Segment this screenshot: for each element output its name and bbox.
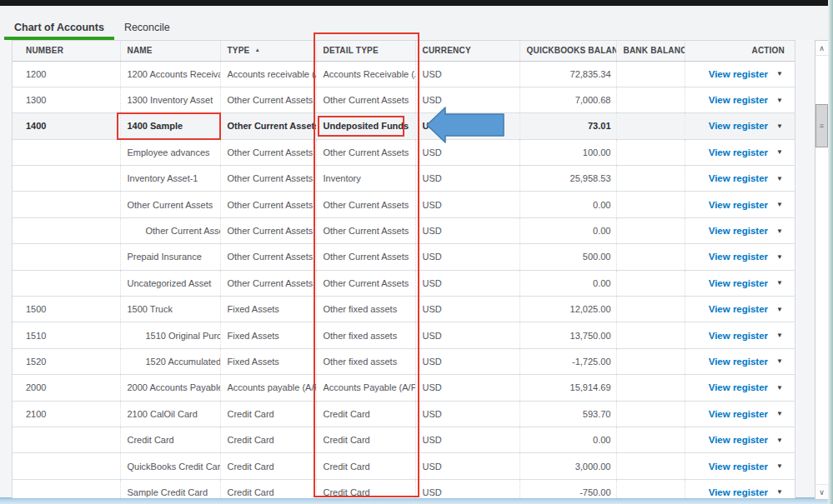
caret-down-icon[interactable]: ▼ — [776, 148, 783, 156]
table-row[interactable]: 1200 1200 Accounts Receivable Accounts r… — [13, 61, 795, 87]
cell-name: Uncategorized Asset — [120, 270, 220, 296]
cell-number: 1520 — [13, 348, 120, 374]
view-register-link[interactable]: View register — [709, 357, 768, 367]
view-register-link[interactable]: View register — [709, 200, 768, 210]
cell-currency: USD — [415, 217, 519, 243]
column-header-bank-balance[interactable]: BANK BALANCE — [616, 41, 685, 61]
table-row[interactable]: 1500 1500 Truck Fixed Assets Other fixed… — [13, 297, 795, 322]
cell-action: View register ▼ — [685, 61, 795, 87]
cell-currency: USD — [415, 322, 519, 348]
column-header-type[interactable]: TYPE▲ — [220, 41, 316, 61]
table-row[interactable]: 2100 2100 CalOil Card Credit Card Credit… — [13, 401, 795, 427]
table-row[interactable]: Uncategorized Asset Other Current Assets… — [13, 270, 795, 296]
caret-down-icon[interactable]: ▼ — [776, 279, 783, 287]
view-register-link[interactable]: View register — [709, 382, 768, 392]
table-row[interactable]: Sample Credit Card Credit Card Credit Ca… — [13, 479, 795, 498]
view-register-link[interactable]: View register — [709, 147, 768, 157]
view-register-link[interactable]: View register — [709, 435, 768, 445]
view-register-link[interactable]: View register — [709, 331, 768, 341]
view-register-link[interactable]: View register — [709, 69, 768, 79]
cell-quickbooks-balance: 7,000.68 — [519, 87, 616, 112]
cell-bank-balance — [616, 375, 685, 401]
caret-down-icon[interactable]: ▼ — [776, 488, 783, 496]
view-register-link[interactable]: View register — [709, 252, 768, 262]
cell-quickbooks-balance: 72,835.34 — [519, 61, 616, 87]
cell-name: Other Current Assets — [120, 217, 220, 243]
table-row[interactable]: Prepaid Insurance Other Current Assets O… — [13, 244, 795, 270]
cell-number — [13, 217, 120, 243]
column-header-name[interactable]: NAME — [120, 41, 220, 61]
tab-chart-of-accounts[interactable]: Chart of Accounts — [4, 6, 114, 40]
table-row[interactable]: 1300 1300 Inventory Asset Other Current … — [13, 87, 795, 112]
cell-type: Fixed Assets — [220, 297, 316, 322]
tab-reconcile[interactable]: Reconcile — [114, 6, 180, 40]
cell-detail-type: Undeposited Funds — [316, 113, 415, 139]
cell-quickbooks-balance: 73.01 — [519, 113, 616, 139]
caret-down-icon[interactable]: ▼ — [776, 332, 783, 339]
view-register-link[interactable]: View register — [709, 95, 768, 105]
view-register-link[interactable]: View register — [709, 173, 768, 183]
cell-type: Credit Card — [220, 401, 316, 427]
caret-down-icon[interactable]: ▼ — [776, 253, 783, 261]
cell-action: View register ▼ — [685, 297, 795, 322]
table-row[interactable]: Employee advances Other Current Assets O… — [13, 139, 795, 165]
caret-down-icon[interactable]: ▼ — [776, 227, 783, 235]
view-register-link[interactable]: View register — [709, 278, 768, 288]
cell-quickbooks-balance: -750.00 — [519, 479, 616, 498]
cell-number: 1200 — [13, 61, 120, 87]
column-header-detail-type[interactable]: DETAIL TYPE — [316, 41, 415, 61]
caret-down-icon[interactable]: ▼ — [776, 306, 783, 313]
scroll-up-button[interactable]: ∧ — [815, 41, 828, 56]
scroll-down-button[interactable]: ∨ — [815, 484, 828, 499]
view-register-link[interactable]: View register — [709, 226, 768, 236]
table-row[interactable]: 2000 2000 Accounts Payable Accounts paya… — [13, 375, 795, 401]
table-row[interactable]: Other Current Assets Other Current Asset… — [13, 192, 795, 217]
column-header-type-label: TYPE — [228, 46, 250, 55]
caret-down-icon[interactable]: ▼ — [776, 175, 783, 182]
cell-bank-balance — [616, 401, 685, 427]
table-row[interactable]: Credit Card Credit Card Credit Card USD … — [13, 427, 795, 452]
caret-down-icon[interactable]: ▼ — [776, 357, 783, 365]
table-row[interactable]: 1510 1510 Original Purchase Fixed Assets… — [13, 322, 795, 348]
cell-currency: USD — [415, 244, 519, 270]
view-register-link[interactable]: View register — [709, 304, 768, 314]
caret-down-icon[interactable]: ▼ — [776, 384, 783, 392]
column-header-number[interactable]: NUMBER — [13, 41, 120, 61]
cell-action: View register ▼ — [685, 348, 795, 374]
cell-bank-balance — [616, 166, 685, 192]
table-row[interactable]: Inventory Asset-1 Other Current Assets I… — [13, 166, 795, 192]
view-register-link[interactable]: View register — [709, 487, 768, 497]
column-header-currency[interactable]: CURRENCY — [415, 41, 519, 61]
caret-down-icon[interactable]: ▼ — [776, 437, 783, 444]
cell-quickbooks-balance: 500.00 — [519, 244, 616, 270]
caret-down-icon[interactable]: ▼ — [776, 201, 783, 208]
view-register-link[interactable]: View register — [709, 121, 768, 131]
cell-quickbooks-balance: 15,914.69 — [519, 375, 616, 401]
vertical-scrollbar[interactable]: ∧ ≡ ∨ — [815, 40, 829, 500]
cell-quickbooks-balance: 593.70 — [519, 401, 616, 427]
cell-currency: USD — [415, 61, 519, 87]
view-register-link[interactable]: View register — [709, 409, 768, 419]
cell-type: Accounts payable (A/P) — [220, 375, 316, 401]
table-row[interactable]: 1400 1400 Sample Other Current Assets Un… — [13, 113, 795, 139]
caret-down-icon[interactable]: ▼ — [776, 462, 783, 470]
column-header-quickbooks-balance[interactable]: QUICKBOOKS BALANCE — [519, 41, 616, 61]
caret-down-icon[interactable]: ▼ — [776, 410, 783, 417]
chevron-up-icon: ∧ — [819, 44, 825, 52]
cell-detail-type: Credit Card — [316, 427, 415, 452]
cell-action: View register ▼ — [685, 139, 795, 165]
caret-down-icon[interactable]: ▼ — [776, 122, 783, 130]
table-row[interactable]: QuickBooks Credit Card Credit Card Credi… — [13, 453, 795, 479]
table-row[interactable]: Other Current Assets Other Current Asset… — [13, 217, 795, 243]
cell-detail-type: Other Current Assets — [316, 139, 415, 165]
cell-currency: USD — [415, 87, 519, 112]
table-row[interactable]: 1520 1520 Accumulated Dep Fixed Assets O… — [13, 348, 795, 374]
cell-name: 1400 Sample — [120, 113, 220, 139]
scrollbar-thumb[interactable]: ≡ — [815, 104, 828, 147]
caret-down-icon[interactable]: ▼ — [776, 97, 783, 104]
account-name: Other Current Assets — [128, 226, 221, 236]
cell-name: 1500 Truck — [120, 297, 220, 322]
quickbooks-window: Chart of Accounts Reconcile NUMBER NAME … — [0, 0, 833, 504]
view-register-link[interactable]: View register — [709, 462, 768, 472]
caret-down-icon[interactable]: ▼ — [776, 70, 783, 77]
